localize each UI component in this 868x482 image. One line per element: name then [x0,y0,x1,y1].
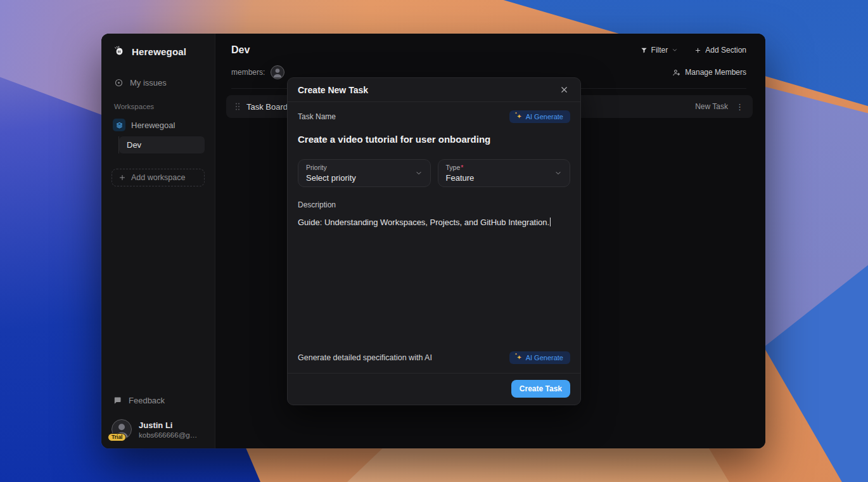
create-task-button[interactable]: Create Task [511,380,570,398]
funnel-icon [641,47,648,54]
add-section-label: Add Section [705,46,746,55]
chevron-down-icon [672,47,678,53]
sparkles-icon: ✦ [516,355,521,361]
add-workspace-button[interactable]: Add workspace [112,169,205,186]
sidebar-item-workspace-herewegoal[interactable]: Herewegoal [112,118,205,132]
filter-label: Filter [651,46,668,55]
ai-generate-name-button[interactable]: ✦ AI Generate [509,110,570,123]
section-title: Task Board [246,102,288,112]
plus-icon [694,47,701,54]
member-avatar[interactable] [271,65,284,79]
user-name: Justin Li [139,420,202,430]
sidebar-item-project-dev[interactable]: Dev [119,136,205,153]
priority-label: Priority [306,164,356,171]
sidebar-spacer [112,186,205,393]
workspace-name: Herewegoal [131,120,175,130]
filter-button[interactable]: Filter [641,46,679,55]
user-account-row[interactable]: Trial Justin Li kobs666666@gmail.... [112,419,205,440]
chevron-down-icon [415,169,423,177]
required-asterisk: * [461,164,463,171]
feedback-label: Feedback [129,396,165,405]
trial-badge: Trial [108,433,126,442]
sidebar-item-feedback[interactable]: Feedback [112,393,205,408]
task-name-input[interactable]: Create a video tutorial for user onboard… [298,134,570,145]
ai-generate-label: AI Generate [526,113,563,120]
sidebar: Herewegoal My issues Workspaces Herewego… [101,34,215,448]
manage-members-label: Manage Members [685,68,746,77]
drag-handle-icon[interactable] [235,102,240,111]
members-label: members: [231,68,265,77]
priority-value: Select priority [306,173,356,183]
kebab-menu-icon[interactable]: ⋮ [736,103,744,111]
workspace-layers-icon [113,119,125,131]
add-workspace-label: Add workspace [131,173,185,182]
user-meta: Justin Li kobs666666@gmail.... [139,420,202,439]
modal-body: Task Name ✦ AI Generate Create a video t… [288,102,580,373]
plus-icon [118,174,126,181]
app-logo-fist-icon [113,45,125,58]
workspaces-section-label: Workspaces [114,103,205,110]
workspace-project-tree: Dev [118,136,205,153]
description-label: Description [298,200,570,209]
create-task-modal: Create New Task Task Name ✦ AI Generate … [287,77,581,405]
speech-bubble-icon [113,396,122,405]
person-plus-icon [672,68,680,77]
modal-header: Create New Task [288,78,580,102]
type-value: Feature [446,173,475,183]
type-select[interactable]: Type* Feature [438,159,571,187]
text-cursor [550,218,551,226]
my-issues-label: My issues [130,78,167,88]
modal-footer: Create Task [288,373,580,405]
page-title: Dev [231,44,250,56]
new-task-button[interactable]: New Task [695,102,728,111]
user-avatar-wrap: Trial [112,419,132,440]
description-text: Guide: Understanding Workspaces, Project… [298,218,549,227]
sidebar-item-my-issues[interactable]: My issues [112,75,205,90]
my-issues-target-icon [114,78,124,88]
app-name: Herewegoal [132,46,186,57]
priority-select[interactable]: Priority Select priority [298,159,431,187]
app-logo-row: Herewegoal [113,45,205,58]
type-select-texts: Type* Feature [446,164,475,183]
manage-members-button[interactable]: Manage Members [672,68,746,77]
sparkles-icon: ✦ [516,114,521,120]
header-actions: Filter Add Section [641,46,746,55]
priority-select-texts: Priority Select priority [306,164,356,183]
modal-title: Create New Task [298,85,368,95]
members-group: members: [231,65,284,79]
description-textarea[interactable]: Guide: Understanding Workspaces, Project… [298,217,570,351]
ai-generate-spec-button[interactable]: ✦ AI Generate [509,351,570,364]
ai-generate-label: AI Generate [526,354,563,362]
chevron-down-icon [554,169,562,177]
type-label: Type* [446,164,475,171]
close-icon[interactable] [558,84,570,96]
task-name-label: Task Name [298,112,336,121]
add-section-button[interactable]: Add Section [694,46,746,55]
spec-hint-text: Generate detailed specification with AI [298,353,432,362]
user-email: kobs666666@gmail.... [139,431,202,439]
project-name: Dev [127,140,141,150]
app-window: Herewegoal My issues Workspaces Herewego… [101,34,765,448]
